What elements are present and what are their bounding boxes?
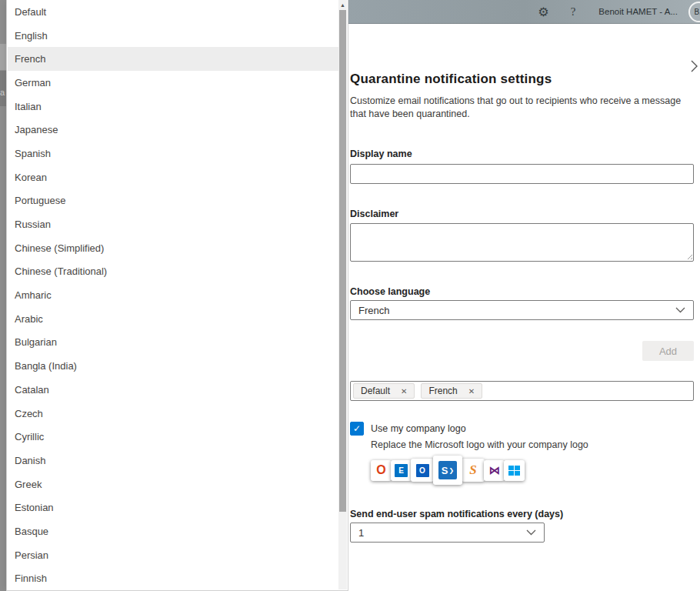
windows-logo-icon: [504, 460, 525, 481]
exchange-logo-icon: E: [391, 460, 412, 481]
language-option[interactable]: Finnish: [8, 567, 338, 591]
language-option[interactable]: Catalan: [8, 378, 338, 402]
page-title: Quarantine notification settings: [350, 24, 694, 87]
language-option-label: German: [15, 77, 51, 88]
language-option-label: Chinese (Simplified): [15, 242, 104, 254]
replace-logo-helper-text: Replace the Microsoft logo with your com…: [371, 439, 694, 450]
language-option-label: Bulgarian: [15, 336, 57, 348]
quarantine-settings-panel: Quarantine notification settings Customi…: [348, 24, 700, 591]
settings-gear-icon[interactable]: ⚙: [538, 5, 548, 19]
language-option-label: Greek: [15, 479, 42, 490]
dropdown-scrollbar[interactable]: ▲: [338, 0, 347, 589]
language-option[interactable]: Japanese: [8, 118, 338, 142]
background-block: [0, 44, 6, 70]
language-option-label: Cyrillic: [15, 431, 44, 442]
language-option-label: English: [15, 30, 48, 42]
tag-label: French: [428, 386, 457, 396]
tag-remove-icon[interactable]: ✕: [468, 387, 475, 396]
add-button[interactable]: Add: [642, 341, 694, 361]
display-name-label: Display name: [350, 149, 694, 159]
choose-language-value: French: [358, 305, 389, 316]
language-option-label: French: [15, 53, 45, 65]
spam-frequency-select[interactable]: 1: [350, 523, 545, 543]
language-option[interactable]: Danish: [8, 449, 338, 472]
language-option-label: Basque: [15, 526, 48, 537]
language-option-label: Japanese: [15, 124, 58, 135]
disclaimer-label: Disclaimer: [350, 209, 694, 219]
language-option[interactable]: Greek: [8, 472, 338, 496]
dimmed-background-strip: a: [0, 0, 6, 591]
language-option-label: Chinese (Traditional): [15, 265, 107, 277]
language-option-label: Finnish: [15, 573, 47, 584]
sharepoint-logo-icon: S ❯: [433, 456, 462, 485]
language-option[interactable]: Default: [8, 0, 338, 24]
language-option-label: Portuguese: [15, 195, 66, 206]
language-option[interactable]: Bulgarian: [8, 331, 338, 355]
chevron-down-icon: [526, 529, 536, 536]
help-icon[interactable]: ?: [571, 5, 576, 18]
use-company-logo-checkbox[interactable]: ✓: [350, 422, 364, 436]
language-list: Default English French German Italian Ja…: [8, 0, 338, 590]
selected-language-tag: French ✕: [421, 383, 482, 399]
tag-label: Default: [361, 386, 390, 396]
scrollbar-up-arrow-icon[interactable]: ▲: [338, 0, 347, 10]
choose-language-select[interactable]: French: [350, 300, 694, 320]
language-option-label: Italian: [15, 101, 42, 112]
language-option-label: Persian: [15, 549, 48, 561]
language-option[interactable]: Amharic: [8, 283, 338, 307]
language-option-label: Arabic: [15, 313, 43, 325]
office-logo-icon: O: [371, 460, 392, 481]
language-option-label: Danish: [15, 455, 45, 466]
language-dropdown-flyout: Default English French German Italian Ja…: [6, 0, 348, 591]
language-option[interactable]: Arabic: [8, 307, 338, 331]
outlook-logo-icon: O: [411, 459, 434, 482]
spam-frequency-label: Send end-user spam notifications every (…: [350, 509, 694, 519]
language-option-label: Czech: [15, 408, 43, 419]
avatar[interactable]: B..: [688, 2, 700, 22]
language-option[interactable]: Persian: [8, 543, 338, 567]
use-company-logo-label: Use my company logo: [371, 423, 466, 434]
language-option-label: Estonian: [15, 502, 54, 513]
language-option-label: Russian: [15, 219, 51, 230]
language-option[interactable]: French: [8, 47, 338, 71]
language-option[interactable]: Korean: [8, 165, 338, 189]
language-option-label: Default: [15, 6, 46, 18]
disclaimer-textarea[interactable]: [350, 223, 694, 262]
topbar: ⚙ ? Benoit HAMET - A... B..: [348, 0, 700, 24]
language-option[interactable]: Bangla (India): [8, 354, 338, 378]
main-area: ⚙ ? Benoit HAMET - A... B.. Quarantine n…: [348, 0, 700, 591]
selected-language-tag: Default ✕: [353, 383, 415, 399]
spam-frequency-value: 1: [358, 527, 364, 539]
collapse-panel-chevron-icon[interactable]: [690, 59, 698, 73]
language-option[interactable]: English: [8, 24, 338, 48]
language-option[interactable]: Russian: [8, 212, 338, 236]
language-option[interactable]: Estonian: [8, 496, 338, 519]
language-option[interactable]: Italian: [8, 95, 338, 119]
language-option[interactable]: Portuguese: [8, 189, 338, 213]
language-option[interactable]: Czech: [8, 402, 338, 426]
language-option[interactable]: German: [8, 71, 338, 95]
language-option[interactable]: Chinese (Traditional): [8, 260, 338, 284]
tag-remove-icon[interactable]: ✕: [401, 387, 407, 396]
language-option-label: Amharic: [15, 289, 52, 301]
background-cutoff-text: a: [0, 87, 6, 98]
language-option-label: Spanish: [15, 148, 51, 159]
selected-languages-box[interactable]: Default ✕ French ✕: [350, 381, 694, 401]
language-option-label: Bangla (India): [15, 360, 77, 372]
language-option[interactable]: Chinese (Simplified): [8, 236, 338, 260]
language-option[interactable]: Spanish: [8, 142, 338, 165]
choose-language-label: Choose language: [350, 286, 694, 297]
language-option[interactable]: Basque: [8, 519, 338, 543]
scrollbar-thumb[interactable]: [339, 10, 346, 512]
sway-logo-icon: S: [462, 459, 485, 482]
display-name-input[interactable]: [350, 164, 694, 184]
company-logo-preview: O E O S ❯ S ⋈: [371, 453, 694, 487]
language-option[interactable]: Cyrillic: [8, 425, 338, 449]
page-description: Customize email notifications that go ou…: [350, 95, 685, 121]
language-option-label: Catalan: [15, 384, 49, 396]
language-option-label: Korean: [15, 172, 47, 183]
account-name[interactable]: Benoit HAMET - A...: [598, 7, 678, 16]
visio-logo-icon: ⋈: [484, 460, 505, 481]
chevron-down-icon: [675, 307, 685, 313]
